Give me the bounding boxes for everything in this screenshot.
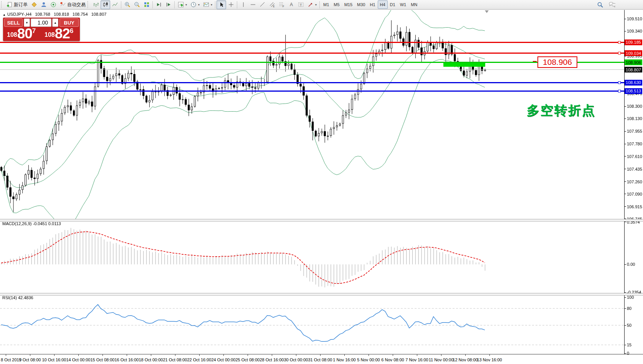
svg-text:F: F <box>283 5 284 8</box>
current-price-line[interactable] <box>0 69 624 70</box>
zoom-in-button[interactable] <box>122 0 132 9</box>
timeframe-button-h4[interactable]: H4 <box>378 0 388 9</box>
time-axis-tick <box>441 354 441 356</box>
timeframe-button-w1[interactable]: W1 <box>398 0 409 9</box>
price-axis-label: 108.130 <box>627 116 642 121</box>
trendline-button[interactable] <box>258 0 267 9</box>
timeframe-button-mn[interactable]: MN <box>408 0 420 9</box>
fibonacci-button[interactable]: F <box>277 0 286 9</box>
channel-button[interactable]: E <box>267 0 277 9</box>
rsi-axis-label: 80 <box>627 306 631 311</box>
main-toolbar: 新订单 自动交易 <box>0 0 643 10</box>
timeframe-button-m1[interactable]: M1 <box>321 0 331 9</box>
toolbar-separator <box>215 1 215 8</box>
price-axis-tick <box>624 106 626 107</box>
time-axis-label: 14 Oct 00:00 <box>66 357 91 362</box>
timeframe-group: M1M5M15M30H1H4D1W1MN <box>321 0 420 9</box>
timeframe-button-m30[interactable]: M30 <box>355 0 367 9</box>
current-price-badge: 108.807 <box>625 67 642 72</box>
horizontal-line-object[interactable] <box>0 62 624 63</box>
new-order-button[interactable]: 新订单 <box>5 0 29 9</box>
candlestick-chart-button[interactable] <box>101 0 110 9</box>
price-line-badge: 109.034 <box>625 50 642 56</box>
fibonacci-icon: F <box>278 2 285 8</box>
line-handle[interactable] <box>618 52 621 54</box>
time-axis-tick <box>417 354 417 356</box>
horizontal-line-button[interactable] <box>248 0 258 9</box>
zoom-out-button[interactable] <box>132 0 142 9</box>
periods-button[interactable]: ▾ <box>188 0 201 9</box>
time-axis-label: 12 Nov 08:00 <box>453 357 478 362</box>
line-handle[interactable] <box>618 90 621 92</box>
time-axis-tick <box>127 354 127 356</box>
new-order-label: 新订单 <box>14 2 28 8</box>
auto-scroll-button[interactable] <box>154 0 164 9</box>
time-axis-tick <box>151 354 151 356</box>
rsi-axis-tick <box>624 345 626 345</box>
timeframe-button-m5[interactable]: M5 <box>331 0 342 9</box>
one-click-collapse-icon[interactable]: ▲ <box>3 13 6 16</box>
rsi-axis-tick <box>624 353 626 354</box>
search-icon[interactable] <box>597 2 603 8</box>
macd-axis-label: 0.00 <box>627 262 635 267</box>
chart-shift-marker[interactable] <box>485 10 489 13</box>
time-axis-label: 21 Oct 08:00 <box>163 357 187 362</box>
time-axis-tick <box>175 354 175 356</box>
macd-chart-canvas[interactable] <box>0 221 624 293</box>
pane-splitter[interactable] <box>0 293 643 295</box>
timeframe-button-d1[interactable]: D1 <box>388 0 398 9</box>
time-axis-tick <box>296 354 296 356</box>
time-axis-label: 15 Oct 08:00 <box>91 357 115 362</box>
pane-splitter[interactable] <box>0 219 643 221</box>
horizontal-line-object[interactable] <box>0 91 624 92</box>
tile-windows-button[interactable] <box>142 0 151 9</box>
close-value: 108.807 <box>91 12 107 16</box>
horizontal-line-object[interactable] <box>0 42 624 43</box>
metaeditor-button[interactable] <box>29 0 39 9</box>
highlight-zone[interactable] <box>443 63 485 67</box>
macd-axis-tick <box>624 222 626 222</box>
crosshair-button[interactable] <box>226 0 236 9</box>
templates-button[interactable]: ▾ <box>201 0 214 9</box>
text-label-icon: T <box>298 2 304 8</box>
profile-button[interactable] <box>39 0 48 9</box>
rsi-chart-canvas[interactable] <box>0 295 624 354</box>
macd-indicator-label: MACD(12,26,9) -0.0451 0.0113 <box>2 221 61 226</box>
ask-pip-digit: 6 <box>70 21 73 41</box>
horizontal-line-object[interactable] <box>0 53 624 54</box>
line-chart-button[interactable] <box>110 0 120 9</box>
bar-chart-icon <box>93 2 99 8</box>
bid-price[interactable]: 108 80 7 <box>7 27 36 41</box>
text-label-button[interactable]: T <box>296 0 306 9</box>
vertical-line-button[interactable] <box>238 0 248 9</box>
time-axis-label: 31 Oct 08:00 <box>308 357 332 362</box>
autotrading-button[interactable]: 自动交易 <box>58 0 87 9</box>
rsi-axis-label: 100 <box>627 295 634 300</box>
timeframe-button-h1[interactable]: H1 <box>367 0 377 9</box>
indicators-icon <box>177 2 184 8</box>
price-label-box[interactable]: 108.906 <box>537 56 577 68</box>
ask-big-digits: 82 <box>55 27 70 41</box>
price-axis-tick <box>624 119 626 119</box>
ask-price[interactable]: 108 82 6 <box>45 27 73 41</box>
rsi-axis-tick <box>624 325 626 326</box>
horizontal-line-object[interactable] <box>0 82 624 83</box>
zoom-in-icon <box>124 2 131 8</box>
time-axis-border <box>0 354 643 354</box>
indicators-button[interactable]: ▾ <box>176 0 188 9</box>
line-handle[interactable] <box>618 81 621 84</box>
arrows-button[interactable]: ▾ <box>306 0 318 9</box>
signals-button[interactable] <box>48 0 58 9</box>
line-handle[interactable] <box>618 41 621 44</box>
text-button[interactable]: A <box>286 0 296 9</box>
turning-point-annotation[interactable]: 多空转折点 <box>527 102 596 119</box>
cursor-button[interactable] <box>217 0 226 9</box>
svg-text:A: A <box>290 2 293 7</box>
price-axis-label: 107.955 <box>627 129 642 133</box>
bar-chart-button[interactable] <box>91 0 101 9</box>
price-axis-tick <box>624 206 626 207</box>
chat-icon[interactable] <box>609 2 615 8</box>
chart-shift-button[interactable] <box>164 0 173 9</box>
mt4-window: 新订单 自动交易 <box>0 0 643 364</box>
timeframe-button-m15[interactable]: M15 <box>342 0 355 9</box>
